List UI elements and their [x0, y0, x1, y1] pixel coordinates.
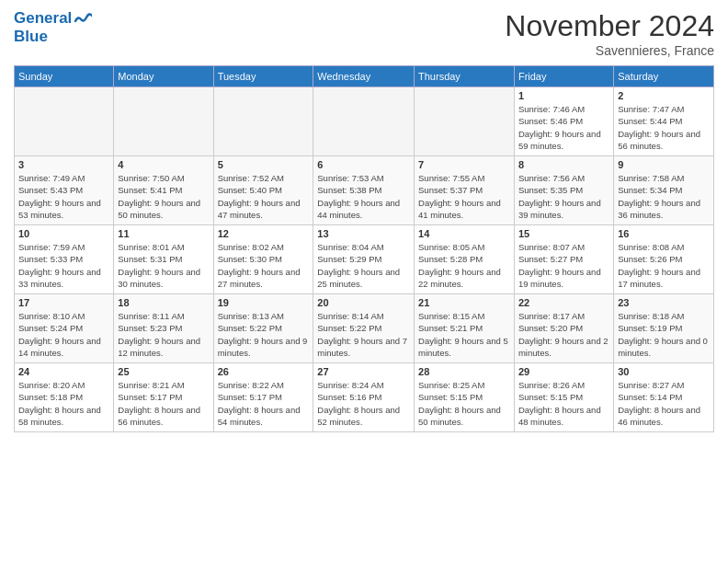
calendar-table: Sunday Monday Tuesday Wednesday Thursday… — [14, 65, 714, 432]
day-info: Sunrise: 8:13 AM Sunset: 5:22 PM Dayligh… — [218, 310, 310, 359]
calendar-cell: 12Sunrise: 8:02 AM Sunset: 5:30 PM Dayli… — [213, 225, 313, 294]
day-number: 26 — [218, 366, 310, 377]
calendar-cell: 19Sunrise: 8:13 AM Sunset: 5:22 PM Dayli… — [213, 294, 313, 363]
header-saturday: Saturday — [614, 66, 714, 87]
day-info: Sunrise: 7:58 AM Sunset: 5:34 PM Dayligh… — [618, 172, 710, 221]
day-number: 5 — [218, 159, 310, 170]
calendar-cell — [114, 87, 213, 156]
calendar-cell: 2Sunrise: 7:47 AM Sunset: 5:44 PM Daylig… — [614, 87, 714, 156]
day-number: 20 — [317, 297, 410, 308]
day-number: 17 — [18, 297, 109, 308]
day-number: 9 — [618, 159, 710, 170]
calendar-cell: 27Sunrise: 8:24 AM Sunset: 5:16 PM Dayli… — [313, 363, 415, 432]
calendar-cell — [213, 87, 313, 156]
title-block: November 2024 Savennieres, France — [505, 9, 714, 58]
day-info: Sunrise: 7:56 AM Sunset: 5:35 PM Dayligh… — [518, 172, 609, 221]
day-number: 19 — [218, 297, 310, 308]
day-info: Sunrise: 7:49 AM Sunset: 5:43 PM Dayligh… — [18, 172, 109, 221]
calendar-cell: 10Sunrise: 7:59 AM Sunset: 5:33 PM Dayli… — [15, 225, 114, 294]
day-info: Sunrise: 8:20 AM Sunset: 5:18 PM Dayligh… — [18, 379, 109, 428]
day-number: 27 — [317, 366, 410, 377]
page-header: General Blue November 2024 Savennieres, … — [14, 9, 714, 58]
day-number: 14 — [418, 228, 510, 239]
header-monday: Monday — [114, 66, 213, 87]
day-info: Sunrise: 8:22 AM Sunset: 5:17 PM Dayligh… — [218, 379, 310, 428]
calendar-cell — [415, 87, 515, 156]
day-info: Sunrise: 7:47 AM Sunset: 5:44 PM Dayligh… — [618, 103, 710, 152]
header-friday: Friday — [514, 66, 613, 87]
day-number: 3 — [18, 159, 109, 170]
day-info: Sunrise: 8:18 AM Sunset: 5:19 PM Dayligh… — [618, 310, 710, 359]
header-thursday: Thursday — [415, 66, 515, 87]
day-info: Sunrise: 8:11 AM Sunset: 5:23 PM Dayligh… — [118, 310, 209, 359]
day-info: Sunrise: 8:24 AM Sunset: 5:16 PM Dayligh… — [317, 379, 410, 428]
calendar-cell: 17Sunrise: 8:10 AM Sunset: 5:24 PM Dayli… — [15, 294, 114, 363]
calendar-week-1: 3Sunrise: 7:49 AM Sunset: 5:43 PM Daylig… — [15, 156, 714, 225]
logo-text: General Blue — [14, 9, 92, 45]
calendar-cell: 3Sunrise: 7:49 AM Sunset: 5:43 PM Daylig… — [15, 156, 114, 225]
calendar-cell: 29Sunrise: 8:26 AM Sunset: 5:15 PM Dayli… — [514, 363, 613, 432]
day-number: 25 — [118, 366, 209, 377]
calendar-week-2: 10Sunrise: 7:59 AM Sunset: 5:33 PM Dayli… — [15, 225, 714, 294]
day-info: Sunrise: 8:21 AM Sunset: 5:17 PM Dayligh… — [118, 379, 209, 428]
day-info: Sunrise: 8:01 AM Sunset: 5:31 PM Dayligh… — [118, 241, 209, 290]
calendar-cell: 4Sunrise: 7:50 AM Sunset: 5:41 PM Daylig… — [114, 156, 213, 225]
calendar-cell: 21Sunrise: 8:15 AM Sunset: 5:21 PM Dayli… — [415, 294, 515, 363]
day-info: Sunrise: 8:07 AM Sunset: 5:27 PM Dayligh… — [518, 241, 609, 290]
day-number: 22 — [518, 297, 609, 308]
subtitle: Savennieres, France — [505, 43, 714, 58]
day-number: 4 — [118, 159, 209, 170]
page-container: General Blue November 2024 Savennieres, … — [0, 0, 728, 442]
calendar-cell: 26Sunrise: 8:22 AM Sunset: 5:17 PM Dayli… — [213, 363, 313, 432]
calendar-cell: 25Sunrise: 8:21 AM Sunset: 5:17 PM Dayli… — [114, 363, 213, 432]
day-number: 1 — [518, 90, 609, 101]
day-number: 30 — [618, 366, 710, 377]
day-number: 10 — [18, 228, 109, 239]
day-number: 6 — [317, 159, 410, 170]
calendar-cell: 23Sunrise: 8:18 AM Sunset: 5:19 PM Dayli… — [614, 294, 714, 363]
day-info: Sunrise: 8:02 AM Sunset: 5:30 PM Dayligh… — [218, 241, 310, 290]
day-info: Sunrise: 8:17 AM Sunset: 5:20 PM Dayligh… — [518, 310, 609, 359]
calendar-header-row: Sunday Monday Tuesday Wednesday Thursday… — [15, 66, 714, 87]
day-info: Sunrise: 8:04 AM Sunset: 5:29 PM Dayligh… — [317, 241, 410, 290]
day-number: 12 — [218, 228, 310, 239]
day-info: Sunrise: 7:59 AM Sunset: 5:33 PM Dayligh… — [18, 241, 109, 290]
day-info: Sunrise: 7:46 AM Sunset: 5:46 PM Dayligh… — [518, 103, 609, 152]
day-info: Sunrise: 8:08 AM Sunset: 5:26 PM Dayligh… — [618, 241, 710, 290]
calendar-cell: 30Sunrise: 8:27 AM Sunset: 5:14 PM Dayli… — [614, 363, 714, 432]
logo-wave-icon — [74, 12, 92, 25]
calendar-cell — [313, 87, 415, 156]
calendar-cell: 7Sunrise: 7:55 AM Sunset: 5:37 PM Daylig… — [415, 156, 515, 225]
day-info: Sunrise: 7:55 AM Sunset: 5:37 PM Dayligh… — [418, 172, 510, 221]
day-info: Sunrise: 8:27 AM Sunset: 5:14 PM Dayligh… — [618, 379, 710, 428]
main-title: November 2024 — [505, 9, 714, 43]
calendar-cell: 13Sunrise: 8:04 AM Sunset: 5:29 PM Dayli… — [313, 225, 415, 294]
logo-content: General Blue — [14, 9, 92, 45]
header-sunday: Sunday — [15, 66, 114, 87]
calendar-cell: 28Sunrise: 8:25 AM Sunset: 5:15 PM Dayli… — [415, 363, 515, 432]
day-info: Sunrise: 8:14 AM Sunset: 5:22 PM Dayligh… — [317, 310, 410, 359]
day-number: 21 — [418, 297, 510, 308]
calendar-cell: 1Sunrise: 7:46 AM Sunset: 5:46 PM Daylig… — [514, 87, 613, 156]
calendar-week-3: 17Sunrise: 8:10 AM Sunset: 5:24 PM Dayli… — [15, 294, 714, 363]
calendar-cell: 18Sunrise: 8:11 AM Sunset: 5:23 PM Dayli… — [114, 294, 213, 363]
calendar-cell: 5Sunrise: 7:52 AM Sunset: 5:40 PM Daylig… — [213, 156, 313, 225]
calendar-cell — [15, 87, 114, 156]
day-number: 13 — [317, 228, 410, 239]
calendar-cell: 14Sunrise: 8:05 AM Sunset: 5:28 PM Dayli… — [415, 225, 515, 294]
day-number: 15 — [518, 228, 609, 239]
day-info: Sunrise: 8:05 AM Sunset: 5:28 PM Dayligh… — [418, 241, 510, 290]
calendar-cell: 6Sunrise: 7:53 AM Sunset: 5:38 PM Daylig… — [313, 156, 415, 225]
calendar-cell: 9Sunrise: 7:58 AM Sunset: 5:34 PM Daylig… — [614, 156, 714, 225]
header-tuesday: Tuesday — [213, 66, 313, 87]
day-info: Sunrise: 8:25 AM Sunset: 5:15 PM Dayligh… — [418, 379, 510, 428]
calendar-cell: 24Sunrise: 8:20 AM Sunset: 5:18 PM Dayli… — [15, 363, 114, 432]
day-info: Sunrise: 7:53 AM Sunset: 5:38 PM Dayligh… — [317, 172, 410, 221]
day-info: Sunrise: 8:10 AM Sunset: 5:24 PM Dayligh… — [18, 310, 109, 359]
header-wednesday: Wednesday — [313, 66, 415, 87]
day-number: 23 — [618, 297, 710, 308]
logo: General Blue — [14, 9, 92, 45]
calendar-cell: 15Sunrise: 8:07 AM Sunset: 5:27 PM Dayli… — [514, 225, 613, 294]
day-info: Sunrise: 8:26 AM Sunset: 5:15 PM Dayligh… — [518, 379, 609, 428]
day-number: 28 — [418, 366, 510, 377]
